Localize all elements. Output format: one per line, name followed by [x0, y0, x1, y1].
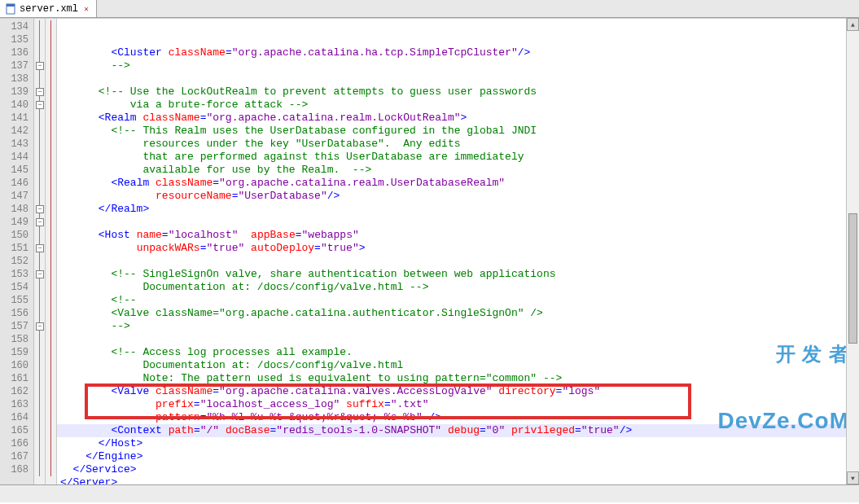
- line-number-gutter: 1341351361371381391401411421431441451461…: [0, 19, 34, 484]
- fold-toggle[interactable]: −: [36, 205, 44, 213]
- fold-toggle[interactable]: −: [36, 218, 44, 226]
- line-number: 147: [0, 190, 33, 203]
- line-number: 135: [0, 33, 33, 46]
- line-number: 167: [0, 450, 33, 463]
- line-number: 168: [0, 463, 33, 476]
- code-line[interactable]: <Realm className="org.apache.catalina.re…: [57, 177, 859, 190]
- line-number: 138: [0, 72, 33, 85]
- line-number: 149: [0, 216, 33, 229]
- code-line[interactable]: <Realm className="org.apache.catalina.re…: [57, 112, 859, 125]
- line-number: 144: [0, 151, 33, 164]
- line-number: 151: [0, 242, 33, 255]
- fold-toggle[interactable]: −: [36, 270, 44, 278]
- line-number: 153: [0, 268, 33, 281]
- line-number: 145: [0, 164, 33, 177]
- close-icon[interactable]: ✕: [81, 4, 91, 14]
- status-bar: [0, 484, 859, 502]
- scroll-down-button[interactable]: ▼: [847, 471, 859, 484]
- scroll-up-button[interactable]: ▲: [847, 18, 859, 31]
- fold-column[interactable]: −−−−−−−−: [34, 19, 46, 484]
- line-number: 142: [0, 125, 33, 138]
- code-line[interactable]: <Host name="localhost" appBase="webapps": [57, 229, 859, 242]
- line-number: 137: [0, 59, 33, 72]
- line-number: 158: [0, 333, 33, 346]
- code-line[interactable]: available for use by the Realm. -->: [57, 164, 859, 177]
- line-number: 143: [0, 138, 33, 151]
- code-line[interactable]: <Cluster className="org.apache.catalina.…: [57, 46, 859, 59]
- watermark-cn: 开 发 者: [718, 344, 849, 364]
- watermark: 开 发 者 DevZe.CoM: [718, 299, 849, 478]
- code-line[interactable]: resources under the key "UserDatabase". …: [57, 138, 859, 151]
- svg-rect-1: [7, 4, 15, 7]
- code-line[interactable]: -->: [57, 59, 859, 72]
- line-number: 164: [0, 411, 33, 424]
- watermark-en: DevZe.CoM: [718, 410, 849, 432]
- code-area[interactable]: <Cluster className="org.apache.catalina.…: [57, 19, 859, 484]
- line-number: 157: [0, 320, 33, 333]
- line-number: 156: [0, 307, 33, 320]
- tab-bar: server.xml ✕: [0, 0, 859, 18]
- code-line[interactable]: [57, 72, 859, 85]
- scroll-thumb[interactable]: [848, 213, 857, 344]
- code-line[interactable]: <!-- This Realm uses the UserDatabase co…: [57, 125, 859, 138]
- tab-label: server.xml: [20, 3, 78, 15]
- vertical-scrollbar[interactable]: ▲ ▼: [846, 18, 859, 484]
- code-line[interactable]: via a brute-force attack -->: [57, 99, 859, 112]
- line-number: 140: [0, 99, 33, 112]
- fold-toggle[interactable]: −: [36, 88, 44, 96]
- code-line[interactable]: that are performed against this UserData…: [57, 151, 859, 164]
- line-number: 162: [0, 385, 33, 398]
- line-number: 160: [0, 359, 33, 372]
- code-editor[interactable]: 1341351361371381391401411421431441451461…: [0, 18, 859, 484]
- line-number: 166: [0, 437, 33, 450]
- line-number: 136: [0, 46, 33, 59]
- line-number: 141: [0, 112, 33, 125]
- line-number: 154: [0, 281, 33, 294]
- line-number: 165: [0, 424, 33, 437]
- line-number: 155: [0, 294, 33, 307]
- marker-margin: [46, 19, 57, 484]
- code-line[interactable]: resourceName="UserDatabase"/>: [57, 190, 859, 203]
- line-number: 152: [0, 255, 33, 268]
- fold-toggle[interactable]: −: [36, 62, 44, 70]
- fold-toggle[interactable]: −: [36, 322, 44, 331]
- line-number: 148: [0, 203, 33, 216]
- line-number: 146: [0, 177, 33, 190]
- file-icon: [5, 3, 16, 15]
- code-line[interactable]: </Realm>: [57, 203, 859, 216]
- code-line[interactable]: unpackWARs="true" autoDeploy="true">: [57, 242, 859, 255]
- fold-toggle[interactable]: −: [36, 244, 44, 252]
- line-number: 161: [0, 372, 33, 385]
- line-number: 159: [0, 346, 33, 359]
- code-line[interactable]: [57, 255, 859, 268]
- line-number: 139: [0, 85, 33, 99]
- line-number: 150: [0, 229, 33, 242]
- line-number: 134: [0, 20, 33, 33]
- tab-server-xml[interactable]: server.xml ✕: [0, 0, 97, 17]
- line-number: 163: [0, 398, 33, 411]
- fold-toggle[interactable]: −: [36, 101, 44, 109]
- code-line[interactable]: [57, 216, 859, 229]
- code-line[interactable]: <!-- Use the LockOutRealm to prevent att…: [57, 85, 859, 99]
- code-line[interactable]: <!-- SingleSignOn valve, share authentic…: [57, 268, 859, 281]
- code-line[interactable]: Documentation at: /docs/config/valve.htm…: [57, 281, 859, 294]
